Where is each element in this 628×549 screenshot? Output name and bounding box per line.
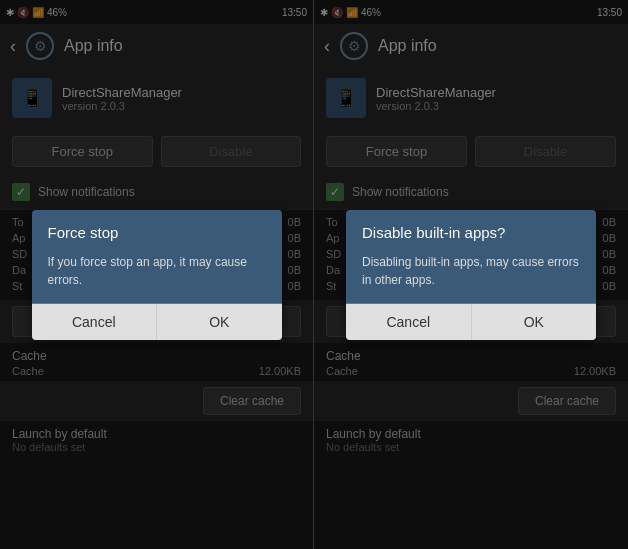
dialog-title-left: Force stop xyxy=(32,210,282,249)
force-stop-dialog: Force stop If you force stop an app, it … xyxy=(32,210,282,340)
disable-apps-dialog: Disable built-in apps? Disabling built-i… xyxy=(346,210,596,340)
dialog-buttons-left: Cancel OK xyxy=(32,303,282,340)
dialog-title-right: Disable built-in apps? xyxy=(346,210,596,249)
dialog-ok-left[interactable]: OK xyxy=(157,304,282,340)
dialog-message-left: If you force stop an app, it may cause e… xyxy=(32,249,282,303)
dialog-cancel-left[interactable]: Cancel xyxy=(32,304,158,340)
dialog-overlay-left: Force stop If you force stop an app, it … xyxy=(0,0,313,549)
dialog-ok-right[interactable]: OK xyxy=(472,304,597,340)
dialog-overlay-right: Disable built-in apps? Disabling built-i… xyxy=(314,0,628,549)
left-panel: ✱ 🔇 📶 46% 13:50 ‹ ⚙ App info 📱 DirectSha… xyxy=(0,0,314,549)
dialog-message-right: Disabling built-in apps, may cause error… xyxy=(346,249,596,303)
dialog-buttons-right: Cancel OK xyxy=(346,303,596,340)
right-panel: ✱ 🔇 📶 46% 13:50 ‹ ⚙ App info 📱 DirectSha… xyxy=(314,0,628,549)
dialog-cancel-right[interactable]: Cancel xyxy=(346,304,472,340)
